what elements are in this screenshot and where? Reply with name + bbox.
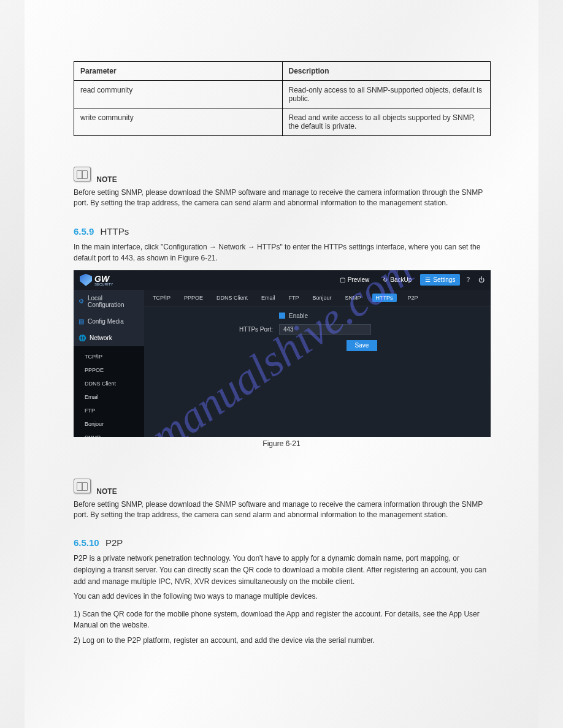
backup-button[interactable]: ↻ BackUp bbox=[378, 274, 416, 286]
section-title: P2P bbox=[105, 537, 123, 548]
table-row: read community Read-only access to all S… bbox=[74, 81, 491, 108]
book-icon bbox=[74, 167, 91, 181]
sidebar-item-label: Config Media bbox=[88, 318, 124, 325]
sidebar: ⚙ Local Configuration ▤ Config Media 🌐 N… bbox=[74, 290, 144, 437]
enable-checkbox[interactable] bbox=[279, 313, 285, 319]
logo-subtext: SECURITY bbox=[94, 282, 113, 286]
sidebar-item-label: Network bbox=[90, 335, 112, 341]
tab-email[interactable]: Email bbox=[259, 294, 278, 302]
table-header-param: Parameter bbox=[74, 62, 283, 81]
section-number: 6.5.10 bbox=[74, 537, 99, 548]
section-title: HTTPs bbox=[101, 226, 129, 237]
tab-p2p[interactable]: P2P bbox=[405, 294, 421, 302]
sliders-icon: ☰ bbox=[425, 276, 431, 283]
sidebar-sub-snmp[interactable]: SNMP bbox=[74, 431, 144, 437]
section-number: 6.5.9 bbox=[74, 226, 94, 237]
sidebar-sub-ftp[interactable]: FTP bbox=[74, 404, 144, 417]
note-label: NOTE bbox=[96, 175, 117, 184]
sidebar-sub-pppoe[interactable]: PPPOE bbox=[74, 363, 144, 377]
sidebar-item-local-config[interactable]: ⚙ Local Configuration bbox=[74, 290, 144, 313]
globe-icon: 🌐 bbox=[79, 335, 86, 341]
help-icon[interactable]: ? bbox=[464, 276, 472, 283]
monitor-icon: ▢ bbox=[340, 276, 345, 283]
parameter-table: Parameter Description read community Rea… bbox=[74, 61, 491, 136]
table-cell-param: write community bbox=[74, 108, 283, 136]
book-icon bbox=[74, 479, 91, 493]
note-text: Before setting SNMP, please download the… bbox=[74, 188, 489, 209]
sidebar-item-network[interactable]: 🌐 Network bbox=[74, 330, 144, 346]
section-body-2: You can add devices in the following two… bbox=[74, 591, 489, 602]
tab-bonjour[interactable]: Bonjour bbox=[310, 294, 334, 302]
https-ui-screenshot: GW SECURITY ▢ Preview ↻ BackUp ☰ bbox=[74, 270, 491, 437]
section-heading-p2p: 6.5.10 P2P bbox=[74, 537, 489, 548]
preview-button[interactable]: ▢ Preview bbox=[335, 274, 375, 286]
section-heading-https: 6.5.9 HTTPs bbox=[74, 226, 489, 237]
enable-label: Enable bbox=[289, 313, 308, 319]
tab-ftp[interactable]: FTP bbox=[286, 294, 302, 302]
logo: GW SECURITY bbox=[77, 274, 113, 286]
power-icon[interactable]: ⏻ bbox=[476, 276, 487, 283]
note-label: NOTE bbox=[96, 487, 117, 496]
sidebar-item-label: Local Configuration bbox=[88, 295, 139, 308]
note-text: Before setting SNMP, please download the… bbox=[74, 499, 489, 521]
refresh-icon: ↻ bbox=[383, 276, 388, 283]
settings-label: Settings bbox=[433, 276, 455, 283]
table-row: write community Read and write access to… bbox=[74, 108, 491, 136]
sidebar-sub-email[interactable]: Email bbox=[74, 390, 144, 404]
tabs-bar: TCP/IP PPPOE DDNS Client Email FTP Bonjo… bbox=[144, 290, 491, 306]
sidebar-sub-tcpip[interactable]: TCP/IP bbox=[74, 350, 144, 363]
backup-label: BackUp bbox=[390, 276, 412, 283]
gear-icon: ⚙ bbox=[79, 298, 84, 305]
save-button[interactable]: Save bbox=[347, 340, 377, 351]
step-1: 1) Scan the QR code for the mobile phone… bbox=[74, 609, 489, 631]
table-cell-desc: Read-only access to all SNMP-supported o… bbox=[282, 81, 491, 108]
sidebar-sub-bonjour[interactable]: Bonjour bbox=[74, 417, 144, 431]
tab-https[interactable]: HTTPs bbox=[372, 294, 397, 302]
preview-label: Preview bbox=[348, 276, 370, 283]
section-body: In the main interface, click "Configurat… bbox=[74, 241, 489, 264]
figure-caption: Figure 6-21 bbox=[74, 439, 489, 448]
stack-icon: ▤ bbox=[79, 318, 84, 325]
sidebar-sub-ddns[interactable]: DDNS Client bbox=[74, 377, 144, 390]
step-2: 2) Log on to the P2P platform, register … bbox=[74, 635, 489, 646]
tab-ddns[interactable]: DDNS Client bbox=[214, 294, 250, 302]
table-header-desc: Description bbox=[282, 62, 491, 81]
tab-snmp[interactable]: SNMP bbox=[343, 294, 364, 302]
table-cell-desc: Read and write access to all objects sup… bbox=[282, 108, 491, 136]
https-port-label: HTTPs Port: bbox=[224, 326, 279, 333]
sidebar-item-config-media[interactable]: ▤ Config Media bbox=[74, 313, 144, 330]
shield-icon bbox=[80, 274, 92, 286]
section-body: P2P is a private network penetration tec… bbox=[74, 553, 489, 587]
settings-button[interactable]: ☰ Settings bbox=[420, 274, 460, 286]
tab-pppoe[interactable]: PPPOE bbox=[182, 294, 205, 302]
tab-tcpip[interactable]: TCP/IP bbox=[150, 294, 173, 302]
https-port-input[interactable] bbox=[279, 324, 371, 335]
table-cell-param: read community bbox=[74, 81, 283, 108]
